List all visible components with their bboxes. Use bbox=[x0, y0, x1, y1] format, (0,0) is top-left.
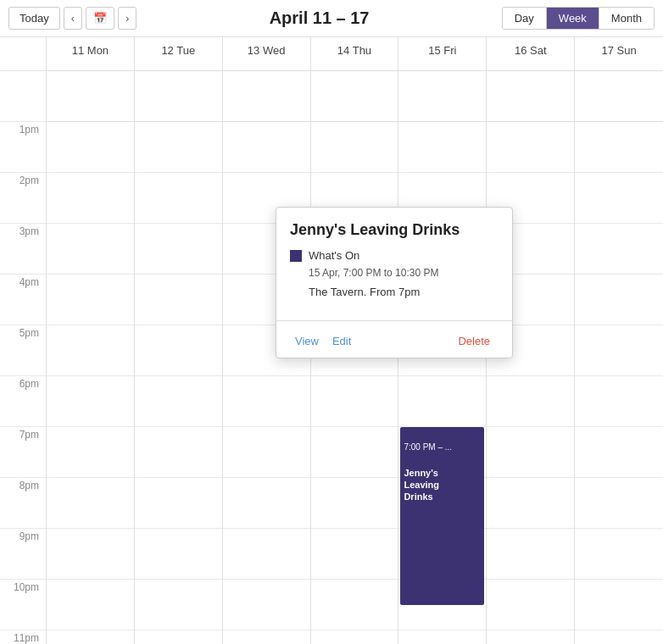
cell-wed-1pm[interactable] bbox=[223, 122, 311, 173]
allday-sat[interactable] bbox=[487, 71, 575, 122]
time-11pm: 11pm bbox=[0, 630, 46, 644]
cell-sun-6pm[interactable] bbox=[575, 376, 663, 427]
cell-tue-2pm[interactable] bbox=[135, 173, 223, 224]
allday-fri[interactable] bbox=[398, 71, 487, 122]
cell-sat-1pm[interactable] bbox=[487, 122, 575, 173]
cell-sat-8pm[interactable] bbox=[487, 478, 575, 529]
cell-sun-4pm[interactable] bbox=[575, 275, 663, 325]
cell-mon-3pm[interactable] bbox=[47, 224, 135, 275]
cell-mon-2pm[interactable] bbox=[47, 173, 135, 224]
time-9pm: 9pm bbox=[0, 529, 46, 580]
cell-wed-11pm[interactable] bbox=[223, 630, 311, 644]
cell-mon-9pm[interactable] bbox=[47, 529, 135, 580]
cell-sun-10pm[interactable] bbox=[575, 580, 663, 630]
cell-fri-6pm[interactable] bbox=[398, 376, 487, 427]
view-event-button[interactable]: View bbox=[290, 333, 324, 349]
event-time-label: 7:00 PM – ... bbox=[404, 441, 481, 452]
cell-mon-1pm[interactable] bbox=[47, 122, 135, 173]
cell-sun-5pm[interactable] bbox=[575, 325, 663, 376]
allday-sun[interactable] bbox=[575, 71, 663, 122]
cell-sun-8pm[interactable] bbox=[575, 478, 663, 529]
time-8pm: 8pm bbox=[0, 478, 46, 529]
cell-mon-10pm[interactable] bbox=[47, 580, 135, 630]
month-view-button[interactable]: Month bbox=[599, 8, 654, 29]
cell-thu-6pm[interactable] bbox=[311, 376, 399, 427]
cell-tue-5pm[interactable] bbox=[135, 325, 223, 376]
cell-wed-9pm[interactable] bbox=[223, 529, 311, 580]
popup-category: What's On bbox=[290, 249, 499, 262]
cell-mon-4pm[interactable] bbox=[47, 275, 135, 325]
allday-tue[interactable] bbox=[135, 71, 223, 122]
cell-tue-1pm[interactable] bbox=[135, 122, 223, 173]
cell-thu-10pm[interactable] bbox=[311, 580, 399, 630]
cell-sat-10pm[interactable] bbox=[487, 580, 575, 630]
cell-thu-1pm[interactable] bbox=[311, 122, 399, 173]
popup-body: Jenny's Leaving Drinks What's On 15 Apr,… bbox=[276, 208, 512, 320]
allday-wed[interactable] bbox=[223, 71, 311, 122]
cell-mon-8pm[interactable] bbox=[47, 478, 135, 529]
datepicker-button[interactable]: 📅 bbox=[86, 7, 114, 30]
cell-mon-5pm[interactable] bbox=[47, 325, 135, 376]
cell-mon-11pm[interactable] bbox=[47, 630, 135, 644]
next-button[interactable]: › bbox=[118, 7, 136, 30]
cell-mon-6pm[interactable] bbox=[47, 376, 135, 427]
cell-tue-3pm[interactable] bbox=[135, 224, 223, 275]
time-2pm: 2pm bbox=[0, 173, 46, 224]
cell-thu-7pm[interactable] bbox=[311, 427, 399, 478]
day-view-button[interactable]: Day bbox=[503, 8, 547, 29]
row-6pm bbox=[47, 376, 663, 427]
edit-event-button[interactable]: Edit bbox=[327, 333, 356, 349]
cell-thu-8pm[interactable] bbox=[311, 478, 399, 529]
row-8pm bbox=[47, 478, 663, 529]
cell-wed-6pm[interactable] bbox=[223, 376, 311, 427]
cell-fri-7pm[interactable]: 7:00 PM – ... Jenny's Leaving Drinks bbox=[398, 427, 487, 478]
cell-tue-11pm[interactable] bbox=[135, 630, 223, 644]
allday-thu[interactable] bbox=[311, 71, 399, 122]
cell-wed-8pm[interactable] bbox=[223, 478, 311, 529]
week-view-button[interactable]: Week bbox=[547, 8, 599, 29]
cell-wed-10pm[interactable] bbox=[223, 580, 311, 630]
today-button[interactable]: Today bbox=[8, 7, 60, 30]
event-jennys-leaving-drinks[interactable]: 7:00 PM – ... Jenny's Leaving Drinks bbox=[400, 427, 484, 605]
time-3pm: 3pm bbox=[0, 224, 46, 275]
prev-button[interactable]: ‹ bbox=[64, 7, 82, 30]
cell-sun-1pm[interactable] bbox=[575, 122, 663, 173]
cell-sun-9pm[interactable] bbox=[575, 529, 663, 580]
cell-sun-7pm[interactable] bbox=[575, 427, 663, 478]
cell-thu-9pm[interactable] bbox=[311, 529, 399, 580]
cell-sun-2pm[interactable] bbox=[575, 173, 663, 224]
day-header-sun: 17 Sun bbox=[575, 37, 663, 70]
cell-wed-7pm[interactable] bbox=[223, 427, 311, 478]
popup-event-title: Jenny's Leaving Drinks bbox=[290, 221, 499, 239]
cell-sat-6pm[interactable] bbox=[487, 376, 575, 427]
cell-thu-11pm[interactable] bbox=[311, 630, 399, 644]
row-7pm: 7:00 PM – ... Jenny's Leaving Drinks bbox=[47, 427, 663, 478]
cell-sat-11pm[interactable] bbox=[487, 630, 575, 644]
cell-sun-11pm[interactable] bbox=[575, 630, 663, 644]
cell-sat-9pm[interactable] bbox=[487, 529, 575, 580]
popup-divider bbox=[276, 320, 512, 321]
cell-sun-3pm[interactable] bbox=[575, 224, 663, 275]
row-11pm bbox=[47, 630, 663, 644]
cell-tue-4pm[interactable] bbox=[135, 275, 223, 325]
event-popup: Jenny's Leaving Drinks What's On 15 Apr,… bbox=[276, 207, 513, 358]
cell-sat-7pm[interactable] bbox=[487, 427, 575, 478]
time-4pm: 4pm bbox=[0, 275, 46, 325]
delete-event-button[interactable]: Delete bbox=[453, 333, 495, 349]
day-header-sat: 16 Sat bbox=[487, 37, 575, 70]
cell-mon-7pm[interactable] bbox=[47, 427, 135, 478]
cell-tue-9pm[interactable] bbox=[135, 529, 223, 580]
day-header-mon: 11 Mon bbox=[47, 37, 135, 70]
popup-actions: View Edit Delete bbox=[276, 328, 512, 358]
days-header: 11 Mon 12 Tue 13 Wed 14 Thu 15 Fri 16 Sa… bbox=[47, 37, 663, 71]
cell-tue-8pm[interactable] bbox=[135, 478, 223, 529]
cell-fri-1pm[interactable] bbox=[398, 122, 487, 173]
time-7pm: 7pm bbox=[0, 427, 46, 478]
popup-category-label: What's On bbox=[309, 249, 359, 262]
allday-mon[interactable] bbox=[47, 71, 135, 122]
cell-tue-6pm[interactable] bbox=[135, 376, 223, 427]
time-1pm: 1pm bbox=[0, 122, 46, 173]
cell-fri-11pm[interactable] bbox=[398, 630, 487, 644]
cell-tue-10pm[interactable] bbox=[135, 580, 223, 630]
cell-tue-7pm[interactable] bbox=[135, 427, 223, 478]
